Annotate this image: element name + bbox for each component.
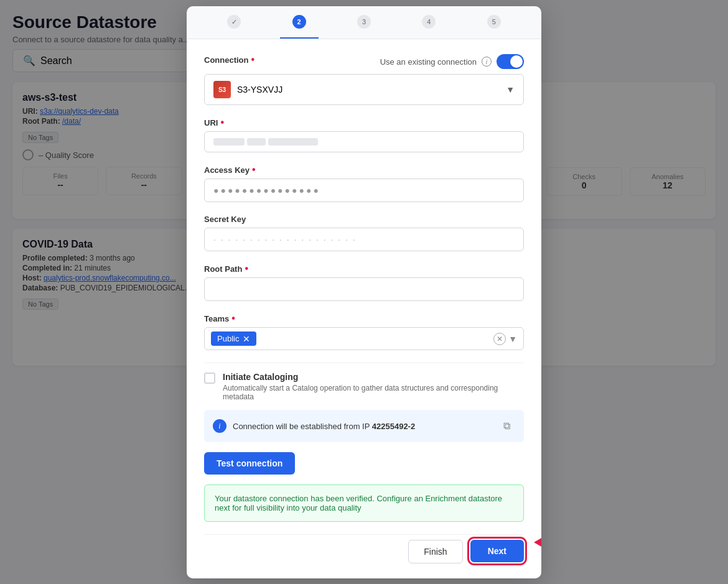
connection-dropdown[interactable]: S3 S3-YSXVJJ ▼ — [204, 74, 524, 105]
arrow-head-icon — [534, 537, 541, 547]
use-existing-toggle[interactable] — [497, 54, 524, 69]
teams-chevron-icon[interactable]: ▼ — [508, 334, 517, 344]
ip-notice-text: Connection will be established from IP 4… — [233, 422, 492, 431]
access-key-required: • — [252, 165, 256, 175]
tab-step3[interactable]: 3 — [345, 6, 383, 39]
tab-icon-1: ✓ — [227, 15, 241, 29]
required-dot: • — [251, 55, 255, 65]
modal-footer: Finish Next — [204, 534, 524, 563]
secret-key-input[interactable] — [204, 228, 524, 251]
connection-label-row: Connection • Use an existing connection … — [204, 54, 524, 69]
uri-label: URI • — [204, 118, 524, 127]
initiate-cataloging-row: Initiate Cataloging Automatically start … — [204, 363, 524, 410]
teams-required: • — [231, 313, 235, 323]
s3-icon: S3 — [213, 81, 231, 98]
tab-icon-4: 4 — [422, 15, 436, 29]
root-path-required: • — [245, 264, 248, 274]
chips-clear: ✕ ▼ — [493, 333, 517, 345]
secret-key-label: Secret Key — [204, 215, 524, 224]
use-existing-section: Use an existing connection i — [380, 54, 524, 69]
uri-block-2 — [247, 138, 266, 146]
public-chip: Public ✕ — [211, 331, 256, 346]
initiate-cataloging-label: Initiate Cataloging — [223, 372, 524, 382]
initiate-cataloging-content: Initiate Cataloging Automatically start … — [223, 372, 524, 401]
connection-label: Connection • — [204, 55, 254, 65]
next-button[interactable]: Next — [470, 540, 524, 562]
finish-button[interactable]: Finish — [408, 540, 462, 563]
connection-value: S3-YSXVJJ — [237, 85, 282, 95]
tab-icon-3: 3 — [357, 15, 371, 29]
tab-icon-2: 2 — [292, 15, 306, 29]
chip-label: Public — [217, 334, 239, 343]
ip-notice-banner: i Connection will be established from IP… — [204, 410, 524, 442]
connection-row: Connection • Use an existing connection … — [204, 54, 524, 105]
tab-step5[interactable]: 5 — [475, 6, 513, 39]
success-message: Your datastore connection has been verif… — [215, 494, 502, 512]
initiate-cataloging-desc: Automatically start a Catalog operation … — [223, 384, 524, 401]
chip-remove-icon[interactable]: ✕ — [243, 335, 250, 343]
uri-block-3 — [268, 138, 318, 146]
test-connection-button[interactable]: Test connection — [204, 452, 295, 475]
access-key-label: Access Key • — [204, 165, 524, 175]
modal-overlay: ✓ 2 3 4 5 Connection — [0, 0, 728, 584]
root-path-input[interactable] — [204, 277, 524, 301]
initiate-cataloging-checkbox[interactable] — [204, 373, 215, 384]
root-path-label: Root Path • — [204, 264, 524, 274]
use-existing-label: Use an existing connection — [380, 57, 477, 67]
teams-row: Teams • Public ✕ ✕ ▼ — [204, 313, 524, 350]
root-path-row: Root Path • — [204, 264, 524, 301]
uri-block-1 — [213, 138, 245, 146]
teams-label: Teams • — [204, 313, 524, 323]
success-banner: Your datastore connection has been verif… — [204, 484, 524, 522]
use-existing-info-icon[interactable]: i — [482, 57, 492, 67]
tab-step1[interactable]: ✓ — [215, 6, 253, 39]
next-button-wrapper: Next — [470, 540, 524, 563]
secret-key-row: Secret Key — [204, 215, 524, 251]
tab-step4[interactable]: 4 — [409, 6, 448, 39]
copy-ip-icon[interactable]: ⧉ — [498, 417, 515, 435]
uri-row: URI • — [204, 118, 524, 152]
info-banner-icon: i — [213, 419, 226, 433]
dropdown-chevron-icon: ▼ — [506, 85, 515, 95]
teams-input[interactable]: Public ✕ ✕ ▼ — [204, 327, 524, 350]
tab-step2[interactable]: 2 — [280, 6, 319, 39]
modal-dialog: ✓ 2 3 4 5 Connection — [187, 6, 541, 578]
clear-all-icon[interactable]: ✕ — [493, 333, 506, 345]
connection-select-left: S3 S3-YSXVJJ — [213, 81, 282, 98]
modal-body: Connection • Use an existing connection … — [187, 39, 541, 578]
tab-icon-5: 5 — [487, 15, 501, 29]
ip-value: 42255492-2 — [372, 422, 415, 431]
modal-tabs: ✓ 2 3 4 5 — [187, 6, 541, 39]
uri-required: • — [220, 118, 224, 127]
access-key-row: Access Key • — [204, 165, 524, 202]
uri-input-field[interactable] — [204, 131, 524, 152]
next-arrow-indicator — [535, 537, 541, 547]
access-key-input[interactable] — [204, 178, 524, 202]
toggle-knob — [510, 55, 523, 68]
